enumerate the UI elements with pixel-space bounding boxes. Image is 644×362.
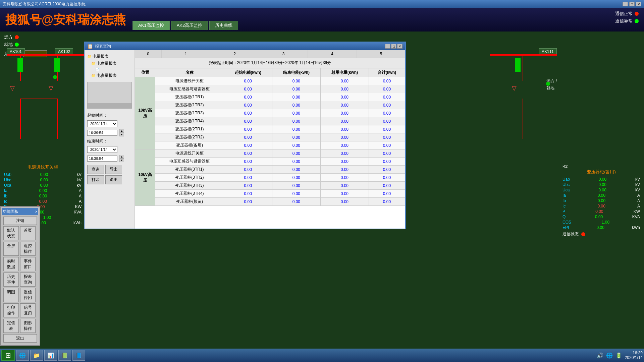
taskbar-app-calc[interactable]: 📊: [44, 350, 57, 361]
fp-btn-logout[interactable]: 注销: [3, 217, 38, 225]
fp-btn-setvalue[interactable]: 定值表: [3, 319, 19, 333]
table-row: 变压器柜(1TR4)0.000.000.000.00: [135, 117, 405, 125]
dialog-maximize[interactable]: □: [391, 44, 396, 49]
status-abnormal-row: 通信异常: [615, 18, 639, 24]
start-time-up[interactable]: ▲: [119, 129, 124, 133]
start-date-select[interactable]: 2020/ 1/14: [87, 120, 117, 127]
cell-start: 0.00: [224, 174, 272, 182]
tree-scrollbar[interactable]: [87, 82, 132, 109]
cell-name: 电源进线开关柜: [155, 149, 224, 158]
dialog-close[interactable]: ✕: [397, 44, 402, 49]
cell-sum: 0.00: [369, 93, 405, 101]
r-param-row-q: Q 0.00 KVA: [562, 215, 640, 219]
end-time-up[interactable]: ▲: [119, 155, 124, 159]
cell-end: 0.00: [272, 158, 320, 166]
param-label-uab: Uab: [4, 172, 11, 177]
nav-tab-ak2[interactable]: AK2高压监控: [171, 21, 208, 30]
tree-item-electricity[interactable]: 📁 电量报表: [87, 53, 132, 60]
switch-left-2: [54, 58, 60, 72]
right-equip-title: 变压器柜(备用): [562, 169, 640, 175]
fp-btn-default[interactable]: 默认状态: [3, 226, 19, 240]
taskbar-app-ie[interactable]: 🌐: [16, 350, 29, 361]
table-row: 变压器柜(3TR2)0.000.000.000.00: [135, 174, 405, 182]
action-buttons: 查询 导出 打印 退出: [87, 165, 132, 184]
cell-end: 0.00: [272, 101, 320, 109]
function-panel-close[interactable]: ✕: [35, 210, 38, 214]
cell-end: 0.00: [272, 133, 320, 141]
fp-btn-home[interactable]: 首页: [20, 226, 36, 240]
taskbar-app-excel[interactable]: 📗: [58, 350, 71, 361]
vert-line-right-1: [523, 54, 523, 81]
cell-name: 变压器柜(3TR2): [155, 174, 224, 182]
export-button[interactable]: 导出: [105, 165, 122, 174]
th-name: 名称: [155, 68, 224, 77]
rl-right-local: 就地: [546, 85, 557, 91]
cell-sum: 0.00: [369, 77, 405, 85]
battery-icon[interactable]: 🔋: [615, 352, 622, 359]
volume-icon[interactable]: 🔊: [597, 352, 603, 359]
report-time-header: 报表起止时间：2020年 1月14日16时39分~2020年 1月14日16时3…: [135, 58, 405, 68]
param-unit-ubc: kV: [77, 178, 82, 182]
fp-btn-history[interactable]: 历史事件: [3, 273, 19, 287]
param-unit-q: KVA: [74, 210, 82, 215]
ie-icon: 🌐: [19, 352, 26, 359]
fp-btn-realtime[interactable]: 实时数据: [3, 257, 19, 271]
maximize-button[interactable]: □: [629, 2, 635, 6]
tree-icon-selected: 📄: [95, 68, 99, 71]
nav-tab-ak1[interactable]: AK1高压监控: [132, 21, 170, 30]
close-button[interactable]: ✕: [636, 2, 641, 6]
cell-total: 0.00: [320, 149, 369, 158]
fp-row-5: 调图 遥信停闭: [3, 287, 38, 303]
local-label: 就地: [4, 42, 13, 48]
minimize-button[interactable]: _: [623, 2, 628, 6]
end-time-input[interactable]: [87, 156, 117, 162]
end-time-down[interactable]: ▼: [119, 159, 124, 162]
fp-btn-fullscreen[interactable]: 全屏: [3, 242, 19, 256]
taskbar-app-word[interactable]: 📘: [72, 350, 85, 361]
r-param-label-q: Q: [562, 215, 566, 219]
col-num-0: 0: [135, 50, 162, 58]
table-header-row: 位置 名称 起始电能(kwh) 结束电能(kwh) 总用电量(kwh) 合计(k…: [135, 68, 405, 77]
col-num-1: 1: [162, 50, 210, 58]
cell-total: 0.00: [320, 141, 369, 149]
start-time-down[interactable]: ▼: [119, 133, 124, 136]
param-row-uab: Uab 0.00 kV: [4, 172, 82, 177]
fp-btn-graphics[interactable]: 图形操作: [20, 319, 36, 333]
end-date-select[interactable]: 2020/ 1/14: [87, 146, 117, 153]
fp-btn-signal-reset[interactable]: 信号复归: [20, 303, 36, 317]
cell-total: 0.00: [320, 158, 369, 166]
dialog-minimize[interactable]: _: [385, 44, 390, 49]
taskbar: ⊞ 🌐 📁 📊 📗 📘 🔊 🌐 🔋 16:39 2020/1/14: [0, 349, 644, 362]
fp-btn-print[interactable]: 打印操作: [3, 303, 19, 317]
ak-label-111: AK111: [539, 48, 557, 55]
category-cell: 10kV高压: [135, 77, 155, 149]
fp-btn-signal-stop[interactable]: 遥信停闭: [20, 288, 36, 302]
fp-btn-diagram[interactable]: 调图: [3, 288, 19, 302]
param-row-uca: Uca 0.00 kV: [4, 183, 82, 188]
exit-button[interactable]: 退出: [105, 175, 122, 184]
fp-logout-label[interactable]: 注销: [3, 217, 37, 225]
fp-btn-events[interactable]: 事件窗口: [20, 257, 36, 271]
cell-end: 0.00: [272, 198, 320, 206]
tree-item-eparam[interactable]: 📁 电参量报表: [91, 72, 132, 79]
print-button[interactable]: 打印: [87, 175, 104, 184]
fp-btn-report[interactable]: 报表查询: [20, 273, 36, 287]
taskbar-app-explorer[interactable]: 📁: [30, 350, 43, 361]
fp-row-3: 实时数据 事件窗口: [3, 256, 38, 272]
network-icon[interactable]: 🌐: [606, 352, 613, 359]
fp-btn-exit[interactable]: 退出: [3, 334, 37, 343]
tree-item-selected[interactable]: 📄: [95, 67, 132, 72]
nav-tab-history[interactable]: 历史曲线: [209, 21, 238, 30]
r-param-unit-ia: A: [637, 193, 640, 198]
header: 搜狐号@安科瑞涂志燕 AK1高压监控 AK2高压监控 历史曲线 通信正常 通信异…: [0, 8, 644, 32]
taskbar-right: 🔊 🌐 🔋 16:39 2020/1/14: [597, 351, 643, 360]
query-button[interactable]: 查询: [87, 165, 104, 174]
switch-right-1: [515, 58, 521, 72]
cell-name: 变压器柜(1TR3): [155, 109, 224, 117]
tree-item-edegree[interactable]: 📁 电度量报表: [91, 60, 132, 67]
start-button[interactable]: ⊞: [1, 350, 15, 361]
cell-name: 电压互感器与避雷器柜: [155, 158, 224, 166]
fp-btn-remote[interactable]: 遥控操作: [20, 242, 36, 256]
start-time-input[interactable]: [87, 130, 117, 136]
r-param-row-p: P 0.00 KW: [562, 209, 640, 214]
